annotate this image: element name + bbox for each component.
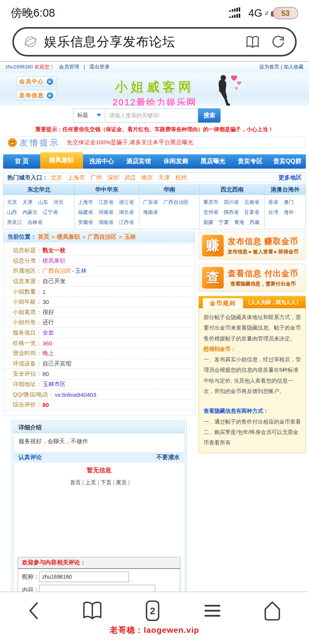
hot-city-link[interactable]: 南京 bbox=[141, 174, 153, 181]
nav-tab[interactable]: 黑店曝光 bbox=[194, 154, 231, 169]
province-link[interactable]: 四川省 bbox=[224, 197, 239, 207]
province-link[interactable]: 河北 bbox=[53, 197, 63, 207]
province-link[interactable]: 安徽省 bbox=[78, 217, 93, 227]
scam-warning-text: 重要提示：任何要你先交钱（保证金、看片红包、车路费等各种理由）的一律都是骗子，小… bbox=[0, 126, 309, 133]
search-category-dropdown[interactable]: 标题 bbox=[73, 108, 105, 123]
nav-tab[interactable]: 洗浴中心 bbox=[83, 154, 120, 169]
nav-tab[interactable]: 贵宾QQ群 bbox=[269, 154, 306, 169]
province-link[interactable]: 河南省 bbox=[98, 207, 114, 217]
info-value[interactable]: 广西自治区 bbox=[42, 267, 71, 275]
logout-link[interactable]: 退出登录 bbox=[89, 64, 109, 70]
hot-city-link[interactable]: 武汉 bbox=[124, 174, 136, 181]
province-link[interactable]: 湖北省 bbox=[119, 207, 134, 217]
nav-tab[interactable]: 酒店宾馆 bbox=[120, 154, 157, 169]
hot-city-link[interactable]: 杭州 bbox=[175, 174, 187, 181]
earn-coins-banner[interactable]: 赚 发布信息 赚取金币 发布信息 ▸ 被人查看 ▸ 获得金币 bbox=[199, 232, 306, 260]
hot-city-link[interactable]: 深圳 bbox=[107, 174, 119, 181]
nav-tab[interactable]: 休闲发廊 bbox=[157, 154, 194, 169]
province-link[interactable]: 江苏省 bbox=[98, 197, 114, 207]
province-link[interactable]: 上海市 bbox=[78, 197, 93, 207]
more-regions-link[interactable]: 更多地区 bbox=[278, 174, 302, 181]
pagination-link[interactable]: 尾页 bbox=[116, 479, 127, 485]
province-link[interactable]: 宁夏 bbox=[219, 217, 229, 227]
province-link[interactable]: 西藏 bbox=[250, 217, 260, 227]
comment-header-left: 认真评论 bbox=[19, 454, 42, 461]
province-link[interactable]: 贵州省 bbox=[203, 207, 218, 217]
bookmarks-button[interactable] bbox=[81, 599, 104, 622]
home-button[interactable] bbox=[261, 599, 284, 622]
province-link[interactable]: 台湾 bbox=[268, 207, 278, 217]
province-link[interactable]: 江西省 bbox=[119, 217, 134, 227]
info-label: 环境设备： bbox=[13, 360, 42, 367]
add-favorite-link[interactable]: 加入收藏 bbox=[284, 64, 304, 70]
view-coins-banner[interactable]: 查 查看信息 付出金币 查看隐藏信息，需要付出金币 bbox=[199, 264, 306, 292]
info-row: 小姐数量：1 bbox=[5, 287, 193, 297]
province-link[interactable]: 吉林省 bbox=[27, 217, 42, 227]
coin-rules-tagline: 〔人人为我，我为人人〕 bbox=[246, 299, 301, 306]
breadcrumb-link[interactable]: 玉林 bbox=[124, 233, 136, 240]
member-mgmt-link[interactable]: 会员管理 bbox=[59, 64, 79, 70]
play-arrow-icon: ▶ bbox=[47, 78, 53, 85]
info-label: 安全评估： bbox=[13, 370, 42, 378]
province-link[interactable]: 新疆 bbox=[203, 217, 213, 227]
nickname-input[interactable] bbox=[39, 572, 129, 582]
province-link[interactable]: 海南省 bbox=[143, 207, 158, 217]
province-link[interactable]: 澳门 bbox=[284, 197, 294, 207]
breadcrumb-separator: > bbox=[52, 234, 55, 240]
province-link[interactable]: 山西 bbox=[7, 207, 17, 217]
province-link[interactable]: 辽宁省 bbox=[43, 207, 58, 217]
set-home-link[interactable]: 设为首页 bbox=[259, 64, 279, 70]
menu-button[interactable] bbox=[201, 599, 224, 622]
nav-tab[interactable]: 首 页 bbox=[3, 154, 40, 169]
province-link[interactable]: 北京 bbox=[7, 197, 17, 207]
nav-tab[interactable]: 贵宾专区 bbox=[232, 154, 269, 169]
phone-screen: 傍晚6:08 4G ⇵ 53 娱乐信息分 bbox=[0, 0, 309, 644]
province-link[interactable]: 山东 bbox=[38, 197, 48, 207]
back-button[interactable] bbox=[25, 599, 43, 622]
province-link[interactable]: 云南省 bbox=[244, 197, 259, 207]
post-info-button[interactable]: 发布信息 ▶ bbox=[16, 90, 56, 101]
pagination-link[interactable]: 首页 bbox=[70, 479, 81, 485]
province-link[interactable]: 青海 bbox=[234, 217, 244, 227]
hot-city-link[interactable]: 广州 bbox=[90, 174, 102, 181]
province-link[interactable]: 浙江省 bbox=[119, 197, 134, 207]
province-link[interactable]: 广东省 bbox=[143, 197, 158, 207]
province-link[interactable]: 福建省 bbox=[78, 207, 93, 217]
info-value: - bbox=[72, 268, 74, 274]
province-link[interactable]: 广西自治区 bbox=[163, 197, 188, 207]
hot-city-link[interactable]: 上海市 bbox=[68, 174, 85, 181]
refresh-icon[interactable] bbox=[270, 34, 286, 50]
hot-city-link[interactable]: 天津 bbox=[158, 174, 170, 181]
username-link[interactable]: zhu1696160 bbox=[5, 64, 33, 70]
browser-address-bar[interactable]: 娱乐信息分享发布论坛 bbox=[12, 27, 297, 56]
info-row: 综合评价：80 bbox=[5, 400, 193, 410]
province-link[interactable]: 湖南省 bbox=[98, 217, 114, 227]
search-input[interactable] bbox=[105, 108, 198, 123]
pagination-link[interactable]: 下页 bbox=[101, 479, 112, 485]
breadcrumb-link[interactable]: 楼凤兼职 bbox=[57, 233, 80, 240]
play-arrow-icon: ▶ bbox=[47, 92, 53, 99]
province-link[interactable]: 陕西省 bbox=[224, 207, 239, 217]
view-icon: 查 bbox=[202, 267, 224, 289]
province-link[interactable]: 甘肃省 bbox=[244, 207, 259, 217]
nav-tab[interactable]: 楼凤兼职 bbox=[40, 152, 83, 169]
province-link[interactable]: 内蒙古 bbox=[22, 207, 37, 217]
breadcrumb-link[interactable]: 首页 bbox=[38, 233, 49, 240]
province-link[interactable]: 黑龙江 bbox=[7, 217, 22, 227]
hot-city-link[interactable]: 北京 bbox=[51, 174, 62, 181]
member-center-button[interactable]: 会员中心 ▶ bbox=[16, 76, 56, 87]
url-text[interactable]: 娱乐信息分享发布论坛 bbox=[44, 33, 245, 51]
pagination-link[interactable]: 上页 bbox=[85, 479, 96, 485]
info-value: 80 bbox=[42, 401, 49, 408]
province-link[interactable]: 海外 bbox=[284, 207, 294, 217]
welcome-text: 欢迎您！ bbox=[34, 64, 54, 70]
info-value[interactable]: 玉林 bbox=[75, 267, 87, 275]
info-value[interactable]: vx:linlina940403 bbox=[55, 391, 97, 398]
province-link[interactable]: 天津 bbox=[22, 197, 32, 207]
province-link[interactable]: 香港 bbox=[268, 197, 278, 207]
breadcrumb-link[interactable]: 广西自治区 bbox=[88, 233, 117, 240]
search-button[interactable]: 搜索 bbox=[198, 108, 221, 123]
province-link[interactable]: 重庆市 bbox=[203, 197, 218, 207]
bookmark-book-icon[interactable] bbox=[245, 34, 260, 50]
tabs-button[interactable]: 2 bbox=[141, 599, 164, 622]
